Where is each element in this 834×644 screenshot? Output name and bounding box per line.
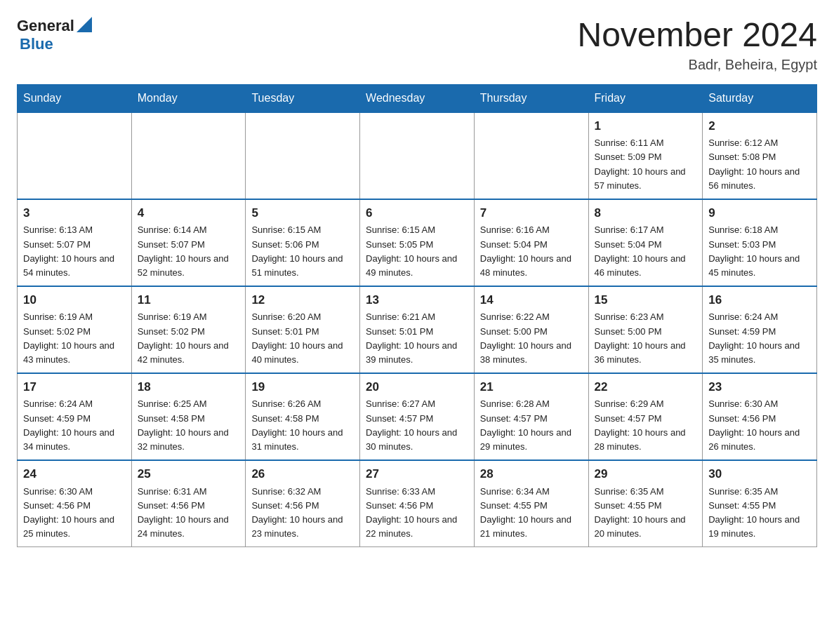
day-number: 27 <box>366 465 468 483</box>
day-number: 17 <box>23 378 126 396</box>
logo-triangle-icon <box>77 17 92 32</box>
title-block: November 2024 Badr, Beheira, Egypt <box>577 17 817 73</box>
day-info: Sunrise: 6:11 AMSunset: 5:09 PMDaylight:… <box>595 136 697 193</box>
day-info: Sunrise: 6:24 AMSunset: 4:59 PMDaylight:… <box>23 397 126 454</box>
logo: General Blue <box>17 17 92 53</box>
calendar-cell: 21Sunrise: 6:28 AMSunset: 4:57 PMDayligh… <box>474 373 588 460</box>
day-number: 7 <box>480 204 583 222</box>
day-number: 13 <box>366 291 468 309</box>
day-number: 25 <box>138 465 240 483</box>
day-number: 18 <box>138 378 240 396</box>
day-number: 5 <box>251 204 354 222</box>
day-info: Sunrise: 6:19 AMSunset: 5:02 PMDaylight:… <box>23 310 126 367</box>
day-info: Sunrise: 6:29 AMSunset: 4:57 PMDaylight:… <box>595 397 697 454</box>
day-number: 16 <box>708 291 811 309</box>
day-number: 30 <box>708 465 811 483</box>
day-info: Sunrise: 6:24 AMSunset: 4:59 PMDaylight:… <box>708 310 811 367</box>
calendar-cell: 8Sunrise: 6:17 AMSunset: 5:04 PMDaylight… <box>588 199 703 286</box>
col-thursday: Thursday <box>474 84 588 112</box>
calendar-cell: 7Sunrise: 6:16 AMSunset: 5:04 PMDaylight… <box>474 199 588 286</box>
day-info: Sunrise: 6:30 AMSunset: 4:56 PMDaylight:… <box>23 485 126 542</box>
col-tuesday: Tuesday <box>246 84 360 112</box>
day-info: Sunrise: 6:35 AMSunset: 4:55 PMDaylight:… <box>708 485 811 542</box>
calendar-cell: 28Sunrise: 6:34 AMSunset: 4:55 PMDayligh… <box>474 460 588 547</box>
calendar-cell: 20Sunrise: 6:27 AMSunset: 4:57 PMDayligh… <box>360 373 475 460</box>
calendar-cell: 25Sunrise: 6:31 AMSunset: 4:56 PMDayligh… <box>131 460 246 547</box>
day-number: 4 <box>138 204 240 222</box>
calendar-table: Sunday Monday Tuesday Wednesday Thursday… <box>17 84 817 547</box>
week-row-1: 3Sunrise: 6:13 AMSunset: 5:07 PMDaylight… <box>18 199 817 286</box>
calendar-cell <box>360 112 475 199</box>
day-info: Sunrise: 6:25 AMSunset: 4:58 PMDaylight:… <box>138 397 240 454</box>
col-friday: Friday <box>588 84 703 112</box>
calendar-cell: 9Sunrise: 6:18 AMSunset: 5:03 PMDaylight… <box>703 199 817 286</box>
day-number: 19 <box>251 378 354 396</box>
calendar-cell: 12Sunrise: 6:20 AMSunset: 5:01 PMDayligh… <box>246 286 360 373</box>
calendar-cell: 5Sunrise: 6:15 AMSunset: 5:06 PMDaylight… <box>246 199 360 286</box>
calendar-cell: 2Sunrise: 6:12 AMSunset: 5:08 PMDaylight… <box>703 112 817 199</box>
day-number: 28 <box>480 465 583 483</box>
calendar-cell: 13Sunrise: 6:21 AMSunset: 5:01 PMDayligh… <box>360 286 475 373</box>
day-number: 24 <box>23 465 126 483</box>
page-header: General Blue November 2024 Badr, Beheira… <box>17 17 817 73</box>
week-row-2: 10Sunrise: 6:19 AMSunset: 5:02 PMDayligh… <box>18 286 817 373</box>
calendar-cell: 11Sunrise: 6:19 AMSunset: 5:02 PMDayligh… <box>131 286 246 373</box>
day-info: Sunrise: 6:26 AMSunset: 4:58 PMDaylight:… <box>251 397 354 454</box>
calendar-cell <box>18 112 132 199</box>
day-number: 20 <box>366 378 468 396</box>
day-info: Sunrise: 6:21 AMSunset: 5:01 PMDaylight:… <box>366 310 468 367</box>
calendar-cell: 6Sunrise: 6:15 AMSunset: 5:05 PMDaylight… <box>360 199 475 286</box>
day-number: 3 <box>23 204 126 222</box>
day-info: Sunrise: 6:31 AMSunset: 4:56 PMDaylight:… <box>138 485 240 542</box>
logo-general: General <box>17 17 74 35</box>
calendar-cell: 30Sunrise: 6:35 AMSunset: 4:55 PMDayligh… <box>703 460 817 547</box>
day-info: Sunrise: 6:32 AMSunset: 4:56 PMDaylight:… <box>251 485 354 542</box>
day-info: Sunrise: 6:14 AMSunset: 5:07 PMDaylight:… <box>138 223 240 280</box>
day-number: 22 <box>595 378 697 396</box>
day-info: Sunrise: 6:18 AMSunset: 5:03 PMDaylight:… <box>708 223 811 280</box>
calendar-cell: 3Sunrise: 6:13 AMSunset: 5:07 PMDaylight… <box>18 199 132 286</box>
calendar-cell: 29Sunrise: 6:35 AMSunset: 4:55 PMDayligh… <box>588 460 703 547</box>
day-number: 12 <box>251 291 354 309</box>
day-number: 29 <box>595 465 697 483</box>
day-info: Sunrise: 6:13 AMSunset: 5:07 PMDaylight:… <box>23 223 126 280</box>
calendar-cell: 16Sunrise: 6:24 AMSunset: 4:59 PMDayligh… <box>703 286 817 373</box>
location-title: Badr, Beheira, Egypt <box>577 57 817 73</box>
calendar-cell: 14Sunrise: 6:22 AMSunset: 5:00 PMDayligh… <box>474 286 588 373</box>
col-saturday: Saturday <box>703 84 817 112</box>
calendar-cell: 23Sunrise: 6:30 AMSunset: 4:56 PMDayligh… <box>703 373 817 460</box>
day-info: Sunrise: 6:27 AMSunset: 4:57 PMDaylight:… <box>366 397 468 454</box>
calendar-cell: 18Sunrise: 6:25 AMSunset: 4:58 PMDayligh… <box>131 373 246 460</box>
day-number: 11 <box>138 291 240 309</box>
day-number: 10 <box>23 291 126 309</box>
day-number: 2 <box>708 117 811 135</box>
day-info: Sunrise: 6:23 AMSunset: 5:00 PMDaylight:… <box>595 310 697 367</box>
week-row-0: 1Sunrise: 6:11 AMSunset: 5:09 PMDaylight… <box>18 112 817 199</box>
day-number: 9 <box>708 204 811 222</box>
day-info: Sunrise: 6:33 AMSunset: 4:56 PMDaylight:… <box>366 485 468 542</box>
col-monday: Monday <box>131 84 246 112</box>
calendar-cell: 17Sunrise: 6:24 AMSunset: 4:59 PMDayligh… <box>18 373 132 460</box>
calendar-cell: 27Sunrise: 6:33 AMSunset: 4:56 PMDayligh… <box>360 460 475 547</box>
calendar-cell: 22Sunrise: 6:29 AMSunset: 4:57 PMDayligh… <box>588 373 703 460</box>
day-info: Sunrise: 6:19 AMSunset: 5:02 PMDaylight:… <box>138 310 240 367</box>
week-row-3: 17Sunrise: 6:24 AMSunset: 4:59 PMDayligh… <box>18 373 817 460</box>
calendar-cell: 4Sunrise: 6:14 AMSunset: 5:07 PMDaylight… <box>131 199 246 286</box>
day-info: Sunrise: 6:15 AMSunset: 5:05 PMDaylight:… <box>366 223 468 280</box>
calendar-header-row: Sunday Monday Tuesday Wednesday Thursday… <box>18 84 817 112</box>
week-row-4: 24Sunrise: 6:30 AMSunset: 4:56 PMDayligh… <box>18 460 817 547</box>
calendar-cell: 15Sunrise: 6:23 AMSunset: 5:00 PMDayligh… <box>588 286 703 373</box>
calendar-cell: 26Sunrise: 6:32 AMSunset: 4:56 PMDayligh… <box>246 460 360 547</box>
day-number: 23 <box>708 378 811 396</box>
calendar-cell <box>246 112 360 199</box>
day-info: Sunrise: 6:22 AMSunset: 5:00 PMDaylight:… <box>480 310 583 367</box>
day-number: 21 <box>480 378 583 396</box>
logo-blue: Blue <box>20 35 53 53</box>
day-number: 14 <box>480 291 583 309</box>
day-info: Sunrise: 6:17 AMSunset: 5:04 PMDaylight:… <box>595 223 697 280</box>
calendar-cell: 19Sunrise: 6:26 AMSunset: 4:58 PMDayligh… <box>246 373 360 460</box>
day-info: Sunrise: 6:15 AMSunset: 5:06 PMDaylight:… <box>251 223 354 280</box>
calendar-cell <box>131 112 246 199</box>
svg-marker-0 <box>77 17 92 32</box>
day-number: 6 <box>366 204 468 222</box>
